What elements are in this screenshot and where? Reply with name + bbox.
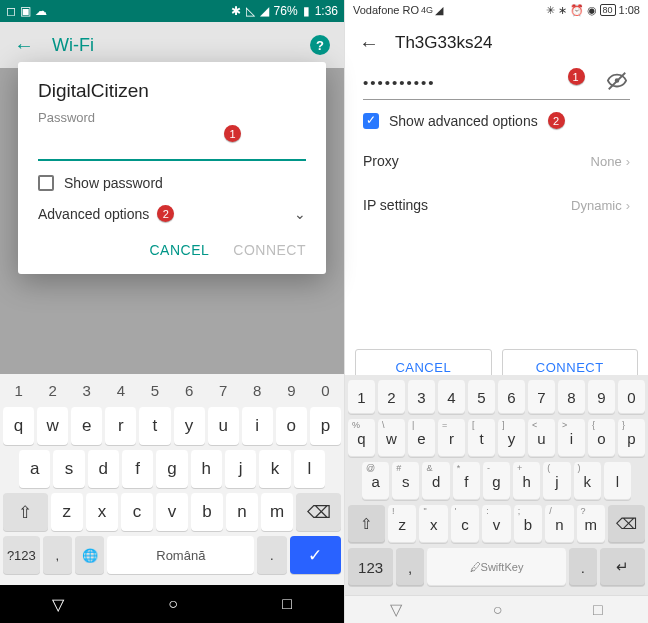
backspace-key[interactable]: ⌫ bbox=[296, 493, 341, 531]
key-4[interactable]: 4 bbox=[438, 380, 465, 414]
symbols-key[interactable]: ?123 bbox=[3, 536, 40, 574]
nav-home-icon[interactable]: ○ bbox=[493, 601, 503, 619]
back-icon[interactable]: ← bbox=[14, 34, 34, 57]
key-9[interactable]: 9 bbox=[588, 380, 615, 414]
key-4[interactable]: 4 bbox=[105, 378, 136, 402]
ip-settings-row[interactable]: IP settings Dynamic › bbox=[363, 183, 630, 227]
proxy-row[interactable]: Proxy None › bbox=[363, 139, 630, 183]
key-8[interactable]: 8 bbox=[558, 380, 585, 414]
keyboard[interactable]: 1 2 3 4 5 6 7 8 9 0 %q \w |e =r [t ]y <u… bbox=[345, 375, 648, 595]
key-k[interactable]: k bbox=[259, 450, 290, 488]
period-key[interactable]: . bbox=[569, 548, 597, 586]
key-b[interactable]: b bbox=[191, 493, 223, 531]
key-a[interactable]: a bbox=[19, 450, 50, 488]
key-m[interactable]: m bbox=[261, 493, 293, 531]
key-q[interactable]: q bbox=[3, 407, 34, 445]
enter-key[interactable]: ↵ bbox=[600, 548, 645, 586]
comma-key[interactable]: , bbox=[396, 548, 424, 586]
key-j[interactable]: (j bbox=[543, 462, 570, 500]
key-n[interactable]: n bbox=[226, 493, 258, 531]
key-n[interactable]: /n bbox=[545, 505, 573, 543]
key-2[interactable]: 2 bbox=[378, 380, 405, 414]
nav-back-icon[interactable]: ▽ bbox=[390, 600, 402, 619]
show-password-row[interactable]: Show password bbox=[38, 175, 306, 191]
symbols-key[interactable]: 123 bbox=[348, 548, 393, 586]
key-o[interactable]: o bbox=[276, 407, 307, 445]
key-7[interactable]: 7 bbox=[208, 378, 239, 402]
key-w[interactable]: w bbox=[37, 407, 68, 445]
key-y[interactable]: ]y bbox=[498, 419, 525, 457]
checkbox-unchecked-icon[interactable] bbox=[38, 175, 54, 191]
key-o[interactable]: {o bbox=[588, 419, 615, 457]
key-8[interactable]: 8 bbox=[242, 378, 273, 402]
key-p[interactable]: p bbox=[310, 407, 341, 445]
key-l[interactable]: l bbox=[604, 462, 631, 500]
key-t[interactable]: [t bbox=[468, 419, 495, 457]
password-input[interactable]: •••••••••• 1 bbox=[363, 66, 630, 100]
key-r[interactable]: =r bbox=[438, 419, 465, 457]
key-5[interactable]: 5 bbox=[139, 378, 170, 402]
key-j[interactable]: j bbox=[225, 450, 256, 488]
key-2[interactable]: 2 bbox=[37, 378, 68, 402]
key-f[interactable]: *f bbox=[453, 462, 480, 500]
period-key[interactable]: . bbox=[257, 536, 286, 574]
nav-home-icon[interactable]: ○ bbox=[168, 595, 178, 613]
key-5[interactable]: 5 bbox=[468, 380, 495, 414]
key-1[interactable]: 1 bbox=[348, 380, 375, 414]
visibility-off-icon[interactable] bbox=[606, 70, 628, 92]
nav-recent-icon[interactable]: □ bbox=[593, 601, 603, 619]
key-g[interactable]: -g bbox=[483, 462, 510, 500]
key-d[interactable]: &d bbox=[422, 462, 449, 500]
key-s[interactable]: s bbox=[53, 450, 84, 488]
key-w[interactable]: \w bbox=[378, 419, 405, 457]
key-v[interactable]: v bbox=[156, 493, 188, 531]
advanced-options-row[interactable]: Advanced options 2 ⌄ bbox=[38, 205, 306, 222]
checkbox-checked-icon[interactable] bbox=[363, 113, 379, 129]
key-p[interactable]: }p bbox=[618, 419, 645, 457]
key-z[interactable]: z bbox=[51, 493, 83, 531]
password-input[interactable]: 1 bbox=[38, 131, 306, 161]
key-e[interactable]: |e bbox=[408, 419, 435, 457]
key-u[interactable]: <u bbox=[528, 419, 555, 457]
comma-key[interactable]: , bbox=[43, 536, 72, 574]
enter-key[interactable]: ✓ bbox=[290, 536, 341, 574]
key-k[interactable]: )k bbox=[574, 462, 601, 500]
backspace-key[interactable]: ⌫ bbox=[608, 505, 645, 543]
key-9[interactable]: 9 bbox=[276, 378, 307, 402]
key-6[interactable]: 6 bbox=[498, 380, 525, 414]
key-h[interactable]: h bbox=[191, 450, 222, 488]
cancel-button[interactable]: CANCEL bbox=[149, 242, 209, 258]
key-b[interactable]: ;b bbox=[514, 505, 542, 543]
key-0[interactable]: 0 bbox=[310, 378, 341, 402]
key-1[interactable]: 1 bbox=[3, 378, 34, 402]
key-m[interactable]: ?m bbox=[577, 505, 605, 543]
help-icon[interactable]: ? bbox=[310, 35, 330, 55]
key-v[interactable]: :v bbox=[482, 505, 510, 543]
shift-key[interactable]: ⇧ bbox=[348, 505, 385, 543]
key-a[interactable]: @a bbox=[362, 462, 389, 500]
key-i[interactable]: >i bbox=[558, 419, 585, 457]
key-s[interactable]: #s bbox=[392, 462, 419, 500]
key-y[interactable]: y bbox=[174, 407, 205, 445]
key-3[interactable]: 3 bbox=[71, 378, 102, 402]
key-z[interactable]: !z bbox=[388, 505, 416, 543]
key-x[interactable]: "x bbox=[419, 505, 447, 543]
key-c[interactable]: c bbox=[121, 493, 153, 531]
key-t[interactable]: t bbox=[139, 407, 170, 445]
key-r[interactable]: r bbox=[105, 407, 136, 445]
key-g[interactable]: g bbox=[156, 450, 187, 488]
key-d[interactable]: d bbox=[88, 450, 119, 488]
key-u[interactable]: u bbox=[208, 407, 239, 445]
nav-recent-icon[interactable]: □ bbox=[282, 595, 292, 613]
nav-back-icon[interactable]: ▽ bbox=[52, 595, 64, 614]
key-3[interactable]: 3 bbox=[408, 380, 435, 414]
key-6[interactable]: 6 bbox=[174, 378, 205, 402]
key-h[interactable]: +h bbox=[513, 462, 540, 500]
space-key[interactable]: Română bbox=[107, 536, 254, 574]
back-icon[interactable]: ← bbox=[359, 32, 379, 55]
key-l[interactable]: l bbox=[294, 450, 325, 488]
key-c[interactable]: 'c bbox=[451, 505, 479, 543]
keyboard[interactable]: 1 2 3 4 5 6 7 8 9 0 q w e r t y u i o p … bbox=[0, 374, 344, 585]
key-x[interactable]: x bbox=[86, 493, 118, 531]
shift-key[interactable]: ⇧ bbox=[3, 493, 48, 531]
